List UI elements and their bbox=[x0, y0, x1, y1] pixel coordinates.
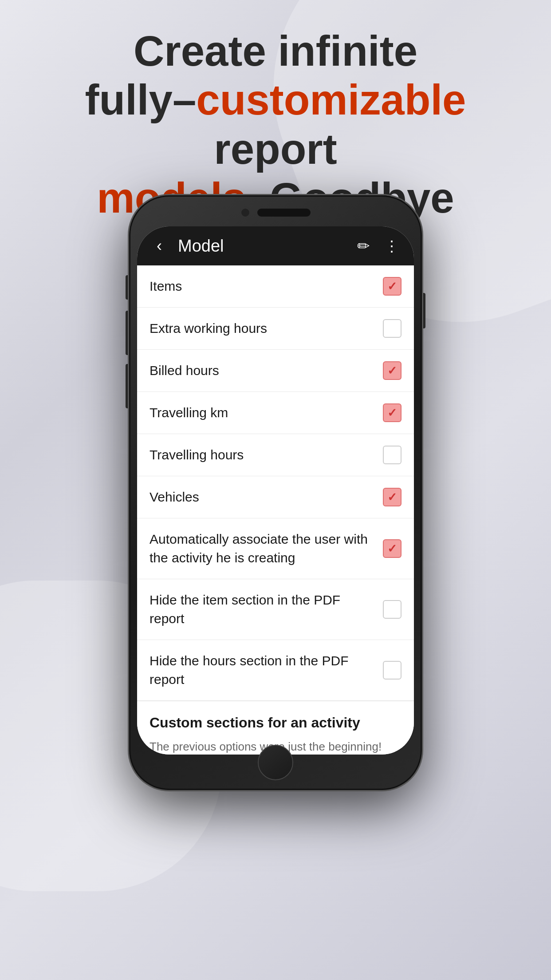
power-button bbox=[422, 293, 425, 328]
list-item[interactable]: Travelling km bbox=[137, 392, 414, 434]
back-button[interactable]: ‹ bbox=[150, 237, 169, 255]
more-options-button[interactable]: ⋮ bbox=[382, 237, 401, 255]
list-item-label: Extra working hours bbox=[150, 319, 383, 338]
phone-screen: ‹ Model ✏ ⋮ Items Extra working hours bbox=[137, 226, 414, 755]
screen-title: Model bbox=[178, 237, 345, 256]
edit-button[interactable]: ✏ bbox=[354, 237, 373, 255]
home-button[interactable] bbox=[258, 745, 293, 780]
auto-associate-checkbox[interactable] bbox=[383, 539, 401, 558]
vehicles-checkbox[interactable] bbox=[383, 488, 401, 506]
items-checkbox[interactable] bbox=[383, 277, 401, 296]
app-navbar: ‹ Model ✏ ⋮ bbox=[137, 226, 414, 265]
phone-shell: ‹ Model ✏ ⋮ Items Extra working hours bbox=[129, 195, 422, 790]
list-item-label: Travelling hours bbox=[150, 446, 383, 464]
header-line2: fully–customizable report bbox=[27, 75, 524, 174]
list-item-label: Automatically associate the user with th… bbox=[150, 530, 383, 567]
front-camera bbox=[240, 208, 250, 217]
custom-section-title: Custom sections for an activity bbox=[150, 715, 401, 731]
list-item[interactable]: Vehicles bbox=[137, 476, 414, 518]
list-item[interactable]: Automatically associate the user with th… bbox=[137, 518, 414, 579]
list-item-label: Vehicles bbox=[150, 488, 383, 506]
list-item-label: Items bbox=[150, 277, 383, 296]
mute-button bbox=[126, 275, 129, 300]
travelling-km-checkbox[interactable] bbox=[383, 403, 401, 422]
speaker-grille bbox=[257, 209, 311, 217]
list-item-label: Hide the hours section in the PDF report bbox=[150, 652, 383, 689]
billed-hours-checkbox[interactable] bbox=[383, 361, 401, 380]
volume-up-button bbox=[126, 311, 129, 355]
phone-mockup: ‹ Model ✏ ⋮ Items Extra working hours bbox=[129, 195, 422, 790]
list-item-label: Billed hours bbox=[150, 361, 383, 380]
list-item[interactable]: Hide the item section in the PDF report bbox=[137, 579, 414, 640]
list-item[interactable]: Hide the hours section in the PDF report bbox=[137, 640, 414, 701]
list-item[interactable]: Extra working hours bbox=[137, 308, 414, 350]
hide-item-pdf-checkbox[interactable] bbox=[383, 600, 401, 619]
list-item-label: Travelling km bbox=[150, 403, 383, 422]
list-item[interactable]: Billed hours bbox=[137, 350, 414, 392]
settings-list: Items Extra working hours Billed hours T… bbox=[137, 265, 414, 755]
list-item[interactable]: Items bbox=[137, 265, 414, 308]
phone-top-bar bbox=[240, 208, 311, 217]
list-item-label: Hide the item section in the PDF report bbox=[150, 591, 383, 628]
extra-working-hours-checkbox[interactable] bbox=[383, 319, 401, 338]
header-line1: Create infinite bbox=[27, 27, 524, 75]
volume-down-button bbox=[126, 364, 129, 408]
hide-hours-pdf-checkbox[interactable] bbox=[383, 661, 401, 680]
list-item[interactable]: Travelling hours bbox=[137, 434, 414, 476]
travelling-hours-checkbox[interactable] bbox=[383, 446, 401, 464]
